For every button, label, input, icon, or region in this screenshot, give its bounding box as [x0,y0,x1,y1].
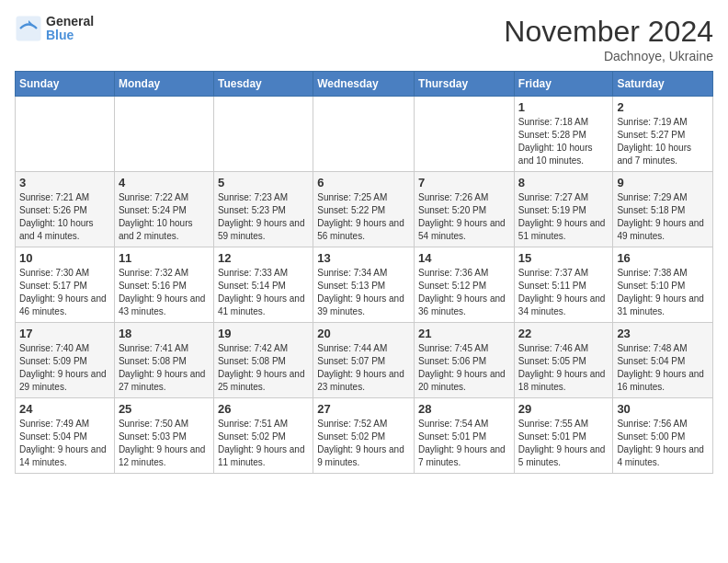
day-info: Sunrise: 7:36 AM Sunset: 5:12 PM Dayligh… [418,267,510,318]
calendar-cell: 30Sunrise: 7:56 AM Sunset: 5:00 PM Dayli… [613,398,713,474]
day-number: 14 [418,251,510,265]
day-number: 7 [418,176,510,190]
location-subtitle: Dachnoye, Ukraine [504,49,713,63]
day-number: 20 [317,327,410,340]
calendar-week-4: 17Sunrise: 7:40 AM Sunset: 5:09 PM Dayli… [16,323,713,398]
day-info: Sunrise: 7:34 AM Sunset: 5:13 PM Dayligh… [317,267,410,318]
logo-icon [15,15,42,42]
day-number: 27 [317,402,410,416]
day-info: Sunrise: 7:44 AM Sunset: 5:07 PM Dayligh… [317,342,410,394]
calendar-cell: 8Sunrise: 7:27 AM Sunset: 5:19 PM Daylig… [514,172,613,247]
day-number: 29 [518,402,609,416]
day-info: Sunrise: 7:33 AM Sunset: 5:14 PM Dayligh… [218,267,309,318]
day-info: Sunrise: 7:42 AM Sunset: 5:08 PM Dayligh… [218,342,309,394]
calendar-cell: 5Sunrise: 7:23 AM Sunset: 5:23 PM Daylig… [213,172,313,247]
calendar-cell: 14Sunrise: 7:36 AM Sunset: 5:12 PM Dayli… [415,247,515,323]
calendar-cell: 10Sunrise: 7:30 AM Sunset: 5:17 PM Dayli… [16,247,115,323]
header-cell-thursday: Thursday [415,72,515,97]
day-info: Sunrise: 7:29 AM Sunset: 5:18 PM Dayligh… [617,191,709,243]
header-cell-monday: Monday [114,72,213,97]
day-info: Sunrise: 7:52 AM Sunset: 5:02 PM Dayligh… [317,418,410,469]
calendar-week-1: 1Sunrise: 7:18 AM Sunset: 5:28 PM Daylig… [16,97,713,172]
day-info: Sunrise: 7:48 AM Sunset: 5:04 PM Dayligh… [617,342,709,394]
day-info: Sunrise: 7:41 AM Sunset: 5:08 PM Dayligh… [119,342,210,394]
day-info: Sunrise: 7:50 AM Sunset: 5:03 PM Dayligh… [119,418,210,469]
day-number: 2 [617,100,709,114]
logo-text: General Blue [46,15,94,43]
day-info: Sunrise: 7:22 AM Sunset: 5:24 PM Dayligh… [119,191,210,243]
logo-blue: Blue [46,29,94,42]
day-number: 4 [119,176,210,190]
calendar-cell: 13Sunrise: 7:34 AM Sunset: 5:13 PM Dayli… [313,247,415,323]
calendar-cell: 18Sunrise: 7:41 AM Sunset: 5:08 PM Dayli… [114,323,213,398]
calendar-cell: 22Sunrise: 7:46 AM Sunset: 5:05 PM Dayli… [514,323,613,398]
calendar-cell: 2Sunrise: 7:19 AM Sunset: 5:27 PM Daylig… [613,97,713,172]
header-row: SundayMondayTuesdayWednesdayThursdayFrid… [16,72,713,97]
calendar-cell: 9Sunrise: 7:29 AM Sunset: 5:18 PM Daylig… [613,172,713,247]
day-number: 21 [418,327,510,340]
calendar-week-5: 24Sunrise: 7:49 AM Sunset: 5:04 PM Dayli… [16,398,713,474]
day-info: Sunrise: 7:30 AM Sunset: 5:17 PM Dayligh… [19,267,110,318]
calendar-cell: 24Sunrise: 7:49 AM Sunset: 5:04 PM Dayli… [16,398,115,474]
day-info: Sunrise: 7:45 AM Sunset: 5:06 PM Dayligh… [418,342,510,394]
calendar-cell [415,97,515,172]
day-info: Sunrise: 7:56 AM Sunset: 5:00 PM Dayligh… [617,418,709,469]
day-number: 23 [617,327,709,340]
day-info: Sunrise: 7:21 AM Sunset: 5:26 PM Dayligh… [19,191,110,243]
calendar-cell: 26Sunrise: 7:51 AM Sunset: 5:02 PM Dayli… [213,398,313,474]
calendar-cell: 3Sunrise: 7:21 AM Sunset: 5:26 PM Daylig… [16,172,115,247]
day-number: 12 [218,251,309,265]
day-info: Sunrise: 7:18 AM Sunset: 5:28 PM Dayligh… [518,116,609,167]
calendar-cell: 15Sunrise: 7:37 AM Sunset: 5:11 PM Dayli… [514,247,613,323]
day-number: 24 [19,402,110,416]
day-number: 28 [418,402,510,416]
calendar-cell: 21Sunrise: 7:45 AM Sunset: 5:06 PM Dayli… [415,323,515,398]
day-info: Sunrise: 7:26 AM Sunset: 5:20 PM Dayligh… [418,191,510,243]
day-number: 13 [317,251,410,265]
logo: General Blue [15,15,94,43]
day-info: Sunrise: 7:27 AM Sunset: 5:19 PM Dayligh… [518,191,609,243]
day-number: 18 [119,327,210,340]
day-number: 17 [19,327,110,340]
day-info: Sunrise: 7:32 AM Sunset: 5:16 PM Dayligh… [119,267,210,318]
day-info: Sunrise: 7:23 AM Sunset: 5:23 PM Dayligh… [218,191,309,243]
day-info: Sunrise: 7:19 AM Sunset: 5:27 PM Dayligh… [617,116,709,167]
day-info: Sunrise: 7:55 AM Sunset: 5:01 PM Dayligh… [518,418,609,469]
calendar-week-3: 10Sunrise: 7:30 AM Sunset: 5:17 PM Dayli… [16,247,713,323]
calendar-header: SundayMondayTuesdayWednesdayThursdayFrid… [16,72,713,97]
header-cell-saturday: Saturday [613,72,713,97]
day-number: 19 [218,327,309,340]
calendar-cell: 20Sunrise: 7:44 AM Sunset: 5:07 PM Dayli… [313,323,415,398]
calendar-cell: 16Sunrise: 7:38 AM Sunset: 5:10 PM Dayli… [613,247,713,323]
day-info: Sunrise: 7:54 AM Sunset: 5:01 PM Dayligh… [418,418,510,469]
day-number: 15 [518,251,609,265]
calendar-table: SundayMondayTuesdayWednesdayThursdayFrid… [15,71,713,474]
day-number: 22 [518,327,609,340]
header-cell-wednesday: Wednesday [313,72,415,97]
calendar-cell: 25Sunrise: 7:50 AM Sunset: 5:03 PM Dayli… [114,398,213,474]
calendar-cell [313,97,415,172]
day-number: 26 [218,402,309,416]
calendar-week-2: 3Sunrise: 7:21 AM Sunset: 5:26 PM Daylig… [16,172,713,247]
day-info: Sunrise: 7:37 AM Sunset: 5:11 PM Dayligh… [518,267,609,318]
calendar-cell [213,97,313,172]
day-info: Sunrise: 7:40 AM Sunset: 5:09 PM Dayligh… [19,342,110,394]
calendar-cell: 6Sunrise: 7:25 AM Sunset: 5:22 PM Daylig… [313,172,415,247]
calendar-cell: 4Sunrise: 7:22 AM Sunset: 5:24 PM Daylig… [114,172,213,247]
header-cell-tuesday: Tuesday [213,72,313,97]
calendar-cell [16,97,115,172]
day-number: 30 [617,402,709,416]
day-number: 3 [19,176,110,190]
logo-general: General [46,15,94,29]
calendar-cell: 29Sunrise: 7:55 AM Sunset: 5:01 PM Dayli… [514,398,613,474]
calendar-cell [114,97,213,172]
day-number: 25 [119,402,210,416]
day-info: Sunrise: 7:38 AM Sunset: 5:10 PM Dayligh… [617,267,709,318]
day-number: 1 [518,100,609,114]
day-info: Sunrise: 7:25 AM Sunset: 5:22 PM Dayligh… [317,191,410,243]
calendar-cell: 11Sunrise: 7:32 AM Sunset: 5:16 PM Dayli… [114,247,213,323]
calendar-cell: 1Sunrise: 7:18 AM Sunset: 5:28 PM Daylig… [514,97,613,172]
day-info: Sunrise: 7:46 AM Sunset: 5:05 PM Dayligh… [518,342,609,394]
calendar-cell: 28Sunrise: 7:54 AM Sunset: 5:01 PM Dayli… [415,398,515,474]
day-number: 9 [617,176,709,190]
